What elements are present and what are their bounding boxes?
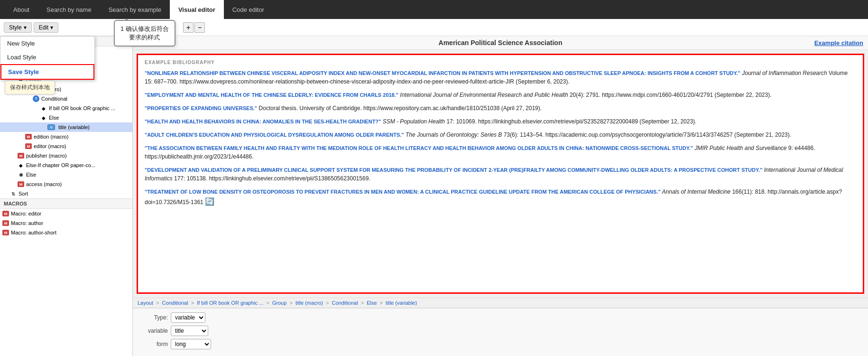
add-node-button[interactable]: + xyxy=(183,22,194,33)
right-panel: American Political Science Association E… xyxy=(133,36,868,356)
variable-select[interactable]: title author editor publisher date url xyxy=(171,326,208,336)
bib-title-3[interactable]: "Health and Health Behaviors in China: A… xyxy=(145,119,381,124)
nav-search-by-name[interactable]: Search by name xyxy=(38,0,100,19)
tree-item-access-macro[interactable]: M access (macro) xyxy=(0,179,132,189)
edition-macro-icon: M xyxy=(25,133,32,141)
form-select[interactable]: long short verb verb-short symbol xyxy=(171,339,211,349)
bib-entry-5: "The Association Between Family Health a… xyxy=(145,144,856,161)
remove-node-button[interactable]: − xyxy=(194,22,205,33)
breadcrumb-if-bill[interactable]: If bill OR book OR graphic ... xyxy=(197,300,263,306)
breadcrumb-title-variable[interactable]: title (variable) xyxy=(386,300,417,306)
new-style-item[interactable]: New Style xyxy=(0,37,94,50)
else-if-icon: ◆ xyxy=(17,161,25,169)
bottom-panel: Type: variable macro text number variabl… xyxy=(133,308,868,356)
editor-macro-icon: M xyxy=(25,142,32,150)
tree-item-edition-macro[interactable]: M edition (macro) xyxy=(0,132,132,141)
breadcrumb: Layout > Conditional > If bill OR book O… xyxy=(133,298,868,308)
tree-item-else-if[interactable]: ◆ Else-If chapter OR paper-co... xyxy=(0,160,132,170)
style-menu-button[interactable]: Style ▾ xyxy=(4,22,32,33)
bib-entry-7: "Treatment of Low Bone Density or Osteop… xyxy=(145,187,856,207)
macros-header: MACROS xyxy=(0,198,132,209)
style-title: American Political Science Association xyxy=(439,39,563,47)
tree-item-conditional-2[interactable]: ? Conditional xyxy=(0,94,132,103)
load-style-item[interactable]: Load Style xyxy=(0,50,94,64)
bib-title-1[interactable]: "Employment and Mental Health of the Chi… xyxy=(145,92,398,98)
bib-section-label: EXAMPLE BIBLIOGRAPHY xyxy=(145,60,856,65)
breadcrumb-layout[interactable]: Layout xyxy=(138,300,153,306)
conditional-icon-2: ? xyxy=(32,95,40,103)
form-label: form xyxy=(139,341,168,347)
bib-title-7[interactable]: "Treatment of Low Bone Density or Osteop… xyxy=(145,189,661,195)
tree-item-dot-else[interactable]: Else xyxy=(0,170,132,179)
style-dropdown-menu: New Style Load Style Save Style xyxy=(0,36,95,80)
callout-confirm: 1 确认修改后符合要求的样式 xyxy=(114,20,175,47)
breadcrumb-group[interactable]: Group xyxy=(272,300,287,306)
variable-label: variable xyxy=(139,328,168,334)
bibliography-area: EXAMPLE BIBLIOGRAPHY "Nonlinear Relation… xyxy=(137,54,864,294)
bib-title-6[interactable]: "Development and Validation of a Prelimi… xyxy=(145,167,762,173)
else-icon-1: ◆ xyxy=(40,114,47,122)
plus-minus-controls: + − xyxy=(183,22,205,33)
main-layout: BIBLIO... ? Conditional ◆ If bill OR boo… xyxy=(0,36,868,356)
nav-about[interactable]: About xyxy=(5,0,38,19)
toolbar: Style ▾ Edit ▾ New Style Load Style Save… xyxy=(0,19,868,36)
macro-author[interactable]: M Macro: author xyxy=(0,218,132,228)
bib-title-0[interactable]: "Nonlinear Relationship Between Chinese … xyxy=(145,70,740,76)
bib-entry-4: "Adult Children's Education and Physiolo… xyxy=(145,131,856,139)
type-label: Type: xyxy=(139,314,168,321)
bib-entry-0: "Nonlinear Relationship Between Chinese … xyxy=(145,69,856,86)
tree-item-sort[interactable]: ⇅ Sort xyxy=(0,189,132,198)
bib-entry-2: "Properties of Expanding Universes." Doc… xyxy=(145,104,856,112)
if-bill-icon-2: ◆ xyxy=(40,104,47,112)
macro-editor[interactable]: M Macro: editor xyxy=(0,209,132,218)
macro-author-icon: M xyxy=(2,219,9,227)
nav-code-editor[interactable]: Code editor xyxy=(224,0,273,19)
breadcrumb-else[interactable]: Else xyxy=(367,300,377,306)
nav-visual-editor[interactable]: Visual editor xyxy=(170,0,224,19)
sort-icon: ⇅ xyxy=(9,190,17,197)
edit-menu-button[interactable]: Edit ▾ xyxy=(34,22,59,33)
save-style-item[interactable]: Save Style xyxy=(0,64,94,80)
breadcrumb-conditional-2[interactable]: Conditional xyxy=(332,300,358,306)
macro-author-short-icon: M xyxy=(2,229,9,236)
tree-item-title-variable[interactable]: V title (variable) xyxy=(0,122,132,132)
breadcrumb-conditional[interactable]: Conditional xyxy=(162,300,188,306)
tree-item-editor-macro[interactable]: M editor (macro) xyxy=(0,141,132,151)
tree-item-else-1[interactable]: ◆ Else xyxy=(0,113,132,122)
callout-save: 保存样式到本地 xyxy=(5,81,55,94)
bib-title-5[interactable]: "The Association Between Family Health a… xyxy=(145,145,693,151)
bib-entry-6: "Development and Validation of a Prelimi… xyxy=(145,166,856,183)
bib-entry-3: "Health and Health Behaviors in China: A… xyxy=(145,117,856,126)
bib-title-2[interactable]: "Properties of Expanding Universes." xyxy=(145,105,257,111)
bib-entry-1: "Employment and Mental Health of the Chi… xyxy=(145,91,856,99)
bib-title-4[interactable]: "Adult Children's Education and Physiolo… xyxy=(145,132,404,138)
tree-item-if-bill-2[interactable]: ◆ If bill OR book OR graphic ... xyxy=(0,103,132,113)
nav-search-by-example[interactable]: Search by example xyxy=(100,0,170,19)
publisher-macro-icon: M xyxy=(17,152,25,159)
variable-row: variable title author editor publisher d… xyxy=(139,326,861,336)
tree-item-publisher-macro[interactable]: M publisher (macro) xyxy=(0,151,132,160)
title-variable-icon: V xyxy=(47,123,55,131)
access-macro-icon: M xyxy=(17,180,25,188)
example-citation-button[interactable]: Example citation xyxy=(814,39,863,47)
top-navigation: About Search by name Search by example V… xyxy=(0,0,868,19)
macro-editor-icon: M xyxy=(2,210,9,217)
type-row: Type: variable macro text number xyxy=(139,312,861,323)
right-header: American Political Science Association E… xyxy=(133,36,868,50)
breadcrumb-title-macro[interactable]: title (macro) xyxy=(295,300,323,306)
dot-else-icon xyxy=(17,171,25,178)
macro-author-short[interactable]: M Macro: author-short xyxy=(0,228,132,237)
form-row: form long short verb verb-short symbol xyxy=(139,339,861,349)
type-select[interactable]: variable macro text number xyxy=(171,312,205,323)
